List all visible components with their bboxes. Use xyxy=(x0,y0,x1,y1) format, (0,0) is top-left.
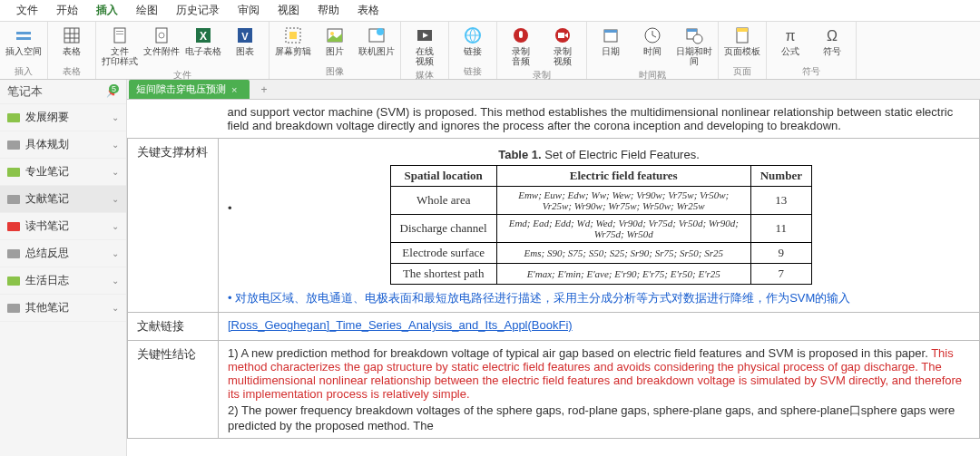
ribbon-group-label: 符号 xyxy=(770,64,852,79)
intro-cell[interactable]: and support vector machine (SVM) is prop… xyxy=(128,100,980,139)
svg-rect-27 xyxy=(558,33,564,38)
ribbon-label: 表格 xyxy=(63,46,81,56)
sidebar-item-发展纲要[interactable]: 发展纲要⌄ xyxy=(0,104,126,131)
tabbar: 短间隙击穿电压预测 × + xyxy=(127,80,980,100)
content-area: 短间隙击穿电压预测 × + and support vector machine… xyxy=(127,80,980,456)
sidebar-item-其他笔记[interactable]: 其他笔记⌄ xyxy=(0,295,126,322)
diagram-button[interactable]: V图表 xyxy=(225,24,265,58)
record-audio-icon xyxy=(511,25,531,45)
ribbon-label: 时间 xyxy=(643,46,662,56)
equation-button[interactable]: π公式 xyxy=(770,24,810,58)
table-cell: 13 xyxy=(750,187,811,215)
menu-历史记录[interactable]: 历史记录 xyxy=(167,0,229,21)
th-spatial: Spatial location xyxy=(390,166,496,187)
row-label[interactable]: 文献链接 xyxy=(128,313,219,341)
sidebar-item-label: 生活日志 xyxy=(25,273,69,288)
svg-text:π: π xyxy=(785,28,795,44)
blue-note: • 对放电区域、放电通道、电极表面和最短放电路径进行描述，采用主分成分析等方式对… xyxy=(228,290,970,306)
table-cell: 11 xyxy=(750,215,811,243)
row-label[interactable]: 关键性结论 xyxy=(128,341,219,439)
table-button[interactable]: 表格 xyxy=(52,24,92,58)
sidebar-header: 笔记本 📌 xyxy=(0,80,126,104)
insert-space-icon xyxy=(14,25,34,45)
ribbon-label: 日期和时间 xyxy=(676,46,712,66)
symbol-button[interactable]: Ω符号 xyxy=(812,24,852,58)
ribbon-group-label: 链接 xyxy=(453,64,493,79)
picture-button[interactable]: 图片 xyxy=(315,24,355,58)
svg-rect-17 xyxy=(289,32,297,39)
ribbon-label: 图片 xyxy=(326,46,344,56)
sidebar-item-读书笔记[interactable]: 读书笔记⌄ xyxy=(0,213,126,240)
chevron-down-icon[interactable]: ⌄ xyxy=(112,276,119,286)
file-link[interactable]: [Ross_Geoghegan]_Time_Series_Analysis_an… xyxy=(228,318,573,332)
svg-point-21 xyxy=(377,28,384,35)
equation-icon: π xyxy=(780,25,800,45)
svg-point-19 xyxy=(330,32,334,35)
insert-space-button[interactable]: 插入空间 xyxy=(4,24,44,58)
spreadsheet-button[interactable]: X电子表格 xyxy=(183,24,223,58)
chevron-down-icon[interactable]: ⌄ xyxy=(112,303,119,313)
ribbon-group-label: 页面 xyxy=(722,64,762,79)
online-video-button[interactable]: 在线视频 xyxy=(405,24,445,68)
file-print-button[interactable]: 文件打印样式 xyxy=(100,24,140,68)
menu-视图[interactable]: 视图 xyxy=(269,0,309,21)
sidebar-item-专业笔记[interactable]: 专业笔记⌄ xyxy=(0,159,126,186)
chevron-down-icon[interactable]: ⌄ xyxy=(112,167,119,177)
record-audio-button[interactable]: 录制音频 xyxy=(501,24,541,68)
chevron-down-icon[interactable]: ⌄ xyxy=(112,248,119,258)
table-cell: Discharge channel xyxy=(390,215,496,243)
screenshot-icon xyxy=(283,25,303,45)
menu-开始[interactable]: 开始 xyxy=(47,0,87,21)
chevron-down-icon[interactable]: ⌄ xyxy=(112,140,119,150)
menu-插入[interactable]: 插入 xyxy=(87,0,127,21)
add-tab-button[interactable]: + xyxy=(255,83,272,96)
chevron-down-icon[interactable]: ⌄ xyxy=(112,221,119,231)
link-button[interactable]: 链接 xyxy=(453,24,493,58)
menu-帮助[interactable]: 帮助 xyxy=(309,0,348,21)
conclusion-cell[interactable]: 1) A new prediction method for breakdown… xyxy=(219,341,980,439)
sidebar-item-label: 发展纲要 xyxy=(25,110,69,125)
screenshot-button[interactable]: 屏幕剪辑 xyxy=(273,24,313,58)
ribbon-label: 录制视频 xyxy=(554,46,572,66)
sidebar-item-生活日志[interactable]: 生活日志⌄ xyxy=(0,267,126,295)
ribbon-label: 链接 xyxy=(464,46,482,56)
file-print-icon xyxy=(110,25,130,45)
table-cell: E'max; E'min; E'ave; E'r90; E'r75; E'r50… xyxy=(496,264,750,285)
support-cell[interactable]: Table 1. Set of Electric Field Features.… xyxy=(219,139,980,313)
link-cell[interactable]: [Ross_Geoghegan]_Time_Series_Analysis_an… xyxy=(219,313,980,341)
sidebar: 笔记本 📌 发展纲要⌄具体规划⌄专业笔记⌄文献笔记⌄读书笔记⌄总结反思⌄生活日志… xyxy=(0,80,127,456)
sidebar-title: 笔记本 xyxy=(7,83,43,100)
document-tab[interactable]: 短间隙击穿电压预测 × xyxy=(129,80,250,99)
table-cell: Ems; S90; S75; S50; S25; Sr90; Sr75; Sr5… xyxy=(496,243,750,264)
ribbon-label: 联机图片 xyxy=(358,46,395,56)
online-picture-button[interactable]: 联机图片 xyxy=(357,24,397,58)
sidebar-item-具体规划[interactable]: 具体规划⌄ xyxy=(0,131,126,159)
datetime-button[interactable]: 日期和时间 xyxy=(674,24,714,68)
sidebar-item-label: 具体规划 xyxy=(25,137,69,152)
chevron-down-icon[interactable]: ⌄ xyxy=(112,112,119,122)
notebook-icon xyxy=(7,277,20,286)
pin-icon[interactable]: 📌 xyxy=(106,86,119,98)
chevron-down-icon[interactable]: ⌄ xyxy=(112,194,119,204)
ribbon-label: 公式 xyxy=(781,46,799,56)
date-button[interactable]: 日期 xyxy=(591,24,631,58)
page-template-button[interactable]: 页面模板 xyxy=(722,24,762,58)
time-icon xyxy=(642,25,662,45)
menu-文件[interactable]: 文件 xyxy=(7,0,47,21)
menu-绘图[interactable]: 绘图 xyxy=(127,0,167,21)
table-cell: The shortest path xyxy=(390,264,496,285)
features-table: Spatial locationElectric field featuresN… xyxy=(390,165,812,285)
file-attach-button[interactable]: 文件附件 xyxy=(142,24,181,58)
diagram-icon: V xyxy=(235,25,255,45)
ribbon-label: 在线视频 xyxy=(416,46,434,66)
menu-审阅[interactable]: 审阅 xyxy=(229,0,269,21)
date-icon xyxy=(601,25,621,45)
close-icon[interactable]: × xyxy=(231,84,237,95)
svg-rect-25 xyxy=(519,31,523,38)
record-video-button[interactable]: 录制视频 xyxy=(543,24,583,68)
time-button[interactable]: 时间 xyxy=(632,24,672,58)
row-label[interactable]: 关键支撑材料 xyxy=(128,139,219,313)
sidebar-item-文献笔记[interactable]: 文献笔记⌄ xyxy=(0,186,126,213)
sidebar-item-总结反思[interactable]: 总结反思⌄ xyxy=(0,240,126,267)
menu-表格[interactable]: 表格 xyxy=(348,0,388,21)
